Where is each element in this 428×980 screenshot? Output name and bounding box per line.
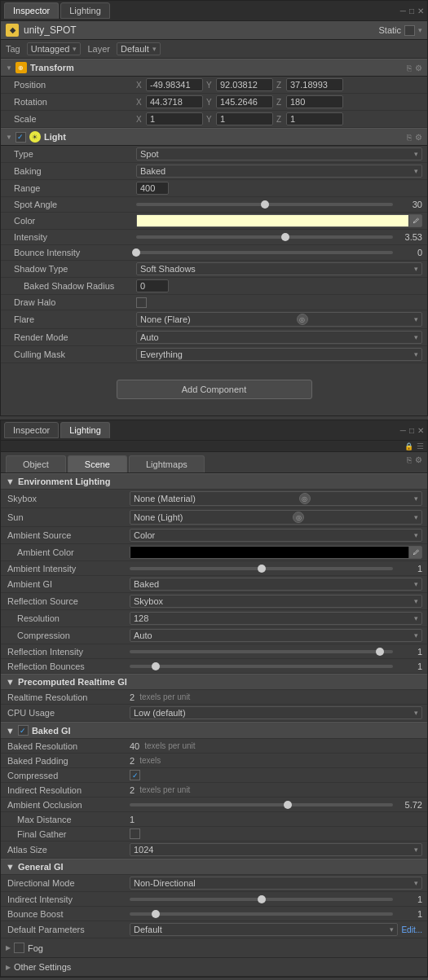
rotation-y-input[interactable]: 145.2646	[216, 95, 273, 108]
light-section-header[interactable]: ▼ ☀ Light ⎘ ⚙	[1, 128, 427, 146]
rotation-z-input[interactable]: 180	[286, 95, 343, 108]
baked-gi-enable-checkbox[interactable]	[18, 725, 29, 736]
cpu-usage-dropdown[interactable]: Low (default)	[130, 706, 422, 719]
skybox-select-btn[interactable]: ◎	[299, 493, 311, 504]
compression-dropdown[interactable]: Auto	[130, 629, 422, 642]
light-gear-icon[interactable]: ⚙	[415, 133, 422, 142]
scene-tab-lightmaps[interactable]: Lightmaps	[129, 455, 205, 472]
close-icon[interactable]: ✕	[417, 7, 424, 15]
atlas-size-dropdown[interactable]: 1024	[130, 843, 422, 856]
tab-inspector-2[interactable]: Inspector	[4, 422, 59, 438]
flare-field[interactable]: None (Flare) ◎	[136, 312, 422, 327]
reflection-bounces-slider[interactable]	[130, 665, 393, 668]
spot-angle-slider[interactable]	[136, 203, 393, 206]
add-component-button[interactable]: Add Component	[117, 380, 312, 399]
flare-select-btn[interactable]: ◎	[297, 314, 308, 325]
tab-lighting-2[interactable]: Lighting	[60, 422, 110, 438]
ambient-intensity-slider[interactable]	[130, 567, 393, 570]
reflection-intensity-slider-row: 1	[130, 647, 422, 657]
scene-tab-object[interactable]: Object	[6, 455, 66, 472]
position-x-input[interactable]: -49.98341	[146, 78, 203, 91]
light-enable-checkbox[interactable]	[15, 132, 26, 143]
scale-x-input[interactable]: 1	[146, 112, 203, 125]
baked-gi-header[interactable]: ▼ Baked GI	[1, 722, 427, 739]
scene-tab-scene[interactable]: Scene	[68, 455, 127, 472]
static-checkbox[interactable]	[404, 25, 415, 36]
maximize-icon[interactable]: □	[409, 7, 414, 15]
scale-y-input[interactable]: 1	[216, 112, 273, 125]
close-icon-2[interactable]: ✕	[417, 426, 424, 435]
bounce-intensity-thumb[interactable]	[132, 248, 140, 257]
other-settings-section[interactable]: ▶ Other Settings	[1, 958, 427, 977]
ambient-color-swatch[interactable]	[130, 547, 408, 558]
general-gi-header[interactable]: ▼ General GI	[1, 859, 427, 875]
culling-mask-dropdown[interactable]: Everything	[136, 348, 422, 361]
baking-dropdown[interactable]: Baked	[136, 165, 422, 178]
resolution-dropdown[interactable]: 128	[130, 612, 422, 625]
render-mode-dropdown[interactable]: Auto	[136, 331, 422, 344]
ambient-occlusion-slider[interactable]	[130, 803, 393, 806]
static-dropdown[interactable]: ▾	[418, 26, 422, 34]
transform-section-header[interactable]: ▼ ⊕ Transform ⎘ ⚙	[1, 59, 427, 77]
ambient-intensity-thumb[interactable]	[258, 565, 266, 573]
intensity-thumb[interactable]	[281, 233, 289, 241]
color-field[interactable]: 🖉	[136, 214, 422, 227]
maximize-icon-2[interactable]: □	[409, 426, 414, 435]
reflection-bounces-thumb[interactable]	[152, 662, 160, 670]
precomputed-gi-header[interactable]: ▼ Precomputed Realtime GI	[1, 674, 427, 690]
final-gather-checkbox[interactable]	[130, 828, 140, 839]
draw-halo-checkbox[interactable]	[136, 297, 147, 308]
reflection-intensity-slider[interactable]	[130, 650, 393, 653]
ambient-gi-dropdown[interactable]: Baked	[130, 578, 422, 591]
tag-dropdown[interactable]: Untagged	[27, 42, 82, 55]
light-type-dropdown[interactable]: Spot	[136, 147, 422, 160]
ambient-color-field[interactable]: 🖉	[130, 546, 422, 559]
baked-shadow-input[interactable]: 0	[136, 279, 169, 292]
color-swatch[interactable]	[137, 215, 408, 226]
intensity-slider[interactable]	[136, 235, 393, 239]
default-params-dropdown[interactable]: Default	[130, 923, 398, 936]
fog-section[interactable]: ▶ Fog	[1, 938, 427, 958]
skybox-field[interactable]: None (Material) ◎	[130, 491, 422, 506]
ambient-color-picker-icon[interactable]: 🖉	[408, 547, 421, 558]
indirect-intensity-slider[interactable]	[130, 898, 393, 901]
fog-enable-checkbox[interactable]	[14, 943, 24, 953]
transform-copy-icon[interactable]: ⎘	[407, 64, 412, 73]
lock-icon[interactable]: 🔒	[404, 442, 413, 450]
sun-select-btn[interactable]: ◎	[293, 512, 304, 523]
light-copy-icon[interactable]: ⎘	[407, 133, 412, 142]
reflection-intensity-thumb[interactable]	[376, 648, 384, 656]
reflection-source-dropdown[interactable]: Skybox	[130, 595, 422, 608]
default-params-edit-btn[interactable]: Edit...	[401, 925, 422, 934]
layer-dropdown[interactable]: Default	[117, 42, 161, 55]
spot-angle-thumb[interactable]	[261, 200, 269, 209]
bounce-boost-slider[interactable]	[130, 912, 393, 916]
transform-gear-icon[interactable]: ⚙	[415, 64, 422, 73]
env-lighting-header[interactable]: ▼ Environment Lighting	[1, 473, 427, 490]
range-input[interactable]: 400	[136, 182, 169, 195]
baking-label: Baking	[14, 166, 136, 176]
minimize-icon-2[interactable]: ─	[400, 426, 406, 435]
rotation-z-field: Z 180	[276, 95, 343, 108]
sun-label: Sun	[7, 512, 130, 522]
compressed-checkbox[interactable]	[130, 770, 140, 780]
position-y-input[interactable]: 92.03812	[216, 78, 273, 91]
sun-field[interactable]: None (Light) ◎	[130, 510, 422, 525]
ambient-source-dropdown[interactable]: Color	[130, 529, 422, 542]
minimize-icon[interactable]: ─	[400, 7, 406, 15]
tab-inspector-1[interactable]: Inspector	[4, 2, 59, 19]
position-z-input[interactable]: 37.18993	[286, 78, 343, 91]
indirect-intensity-thumb[interactable]	[258, 895, 266, 903]
rotation-x-input[interactable]: 44.3718	[146, 95, 203, 108]
menu-icon[interactable]: ☰	[417, 442, 424, 450]
directional-mode-dropdown[interactable]: Non-Directional	[130, 877, 422, 890]
lighting-copy-icon[interactable]: ⎘	[407, 455, 412, 469]
shadow-type-dropdown[interactable]: Soft Shadows	[136, 262, 422, 275]
color-picker-icon[interactable]: 🖉	[408, 215, 421, 226]
scale-z-input[interactable]: 1	[286, 112, 343, 125]
ambient-occlusion-thumb[interactable]	[284, 801, 292, 809]
bounce-intensity-slider[interactable]	[136, 251, 393, 254]
lighting-gear-icon[interactable]: ⚙	[415, 455, 422, 469]
bounce-boost-thumb[interactable]	[152, 910, 160, 918]
tab-lighting-1[interactable]: Lighting	[60, 2, 110, 19]
